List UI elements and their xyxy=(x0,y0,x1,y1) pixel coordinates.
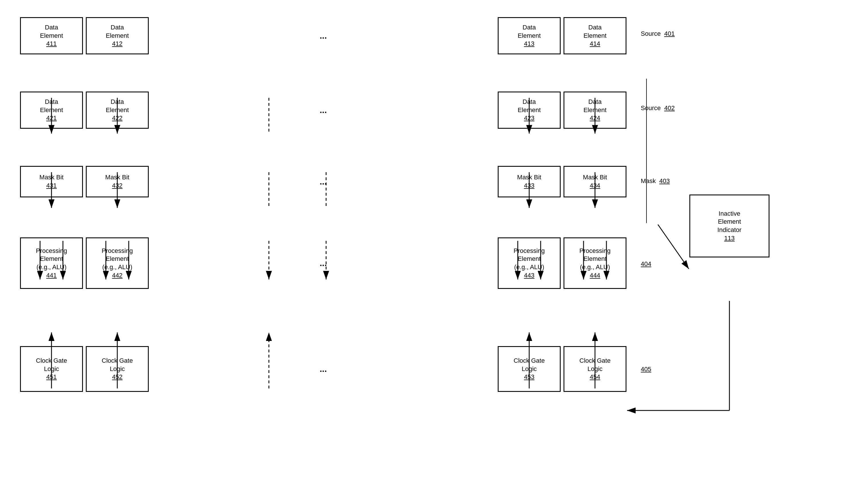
source-402-label: Source 402 xyxy=(641,104,675,112)
dots-row5: ... xyxy=(151,346,495,392)
data-element-411: Data Element 411 xyxy=(20,17,83,54)
clock-gate-logic-454: Clock Gate Logic 454 xyxy=(563,346,627,392)
dots-row3: ... xyxy=(151,166,495,197)
clock-gate-logic-451: Clock Gate Logic 451 xyxy=(20,346,83,392)
diagram-container: Data Element 411 Data Element 412 ... Da… xyxy=(12,8,835,495)
data-element-421: Data Element 421 xyxy=(20,92,83,129)
de411-label: Data xyxy=(45,23,58,32)
de411-label2: Element xyxy=(40,32,63,40)
data-element-414: Data Element 414 xyxy=(563,17,627,54)
clock-gate-logic-452: Clock Gate Logic 452 xyxy=(86,346,149,392)
data-element-413: Data Element 413 xyxy=(498,17,561,54)
data-element-412: Data Element 412 xyxy=(86,17,149,54)
mask-bit-433: Mask Bit 433 xyxy=(498,166,561,197)
row404-label: 404 xyxy=(641,260,651,268)
mask-403-label: Mask 403 xyxy=(641,177,670,185)
de411-num: 411 xyxy=(46,40,57,48)
dots-row1: ... xyxy=(151,17,495,54)
clock-gate-logic-453: Clock Gate Logic 453 xyxy=(498,346,561,392)
processing-element-444: Processing Element (e.g., ALU) 444 xyxy=(563,237,627,289)
processing-element-442: Processing Element (e.g., ALU) 442 xyxy=(86,237,149,289)
inactive-element-indicator: Inactive Element Indicator 113 xyxy=(689,195,770,257)
processing-element-441: Processing Element (e.g., ALU) 441 xyxy=(20,237,83,289)
svg-line-28 xyxy=(658,224,689,269)
source-401-label: Source 401 xyxy=(641,30,675,37)
dots-row4: ... xyxy=(151,237,495,289)
row405-label: 405 xyxy=(641,365,651,373)
data-element-422: Data Element 422 xyxy=(86,92,149,129)
data-element-423: Data Element 423 xyxy=(498,92,561,129)
processing-element-443: Processing Element (e.g., ALU) 443 xyxy=(498,237,561,289)
data-element-424: Data Element 424 xyxy=(563,92,627,129)
mask-bit-432: Mask Bit 432 xyxy=(86,166,149,197)
mask-bit-434: Mask Bit 434 xyxy=(563,166,627,197)
mask-bit-431: Mask Bit 431 xyxy=(20,166,83,197)
dots-row2: ... xyxy=(151,92,495,129)
